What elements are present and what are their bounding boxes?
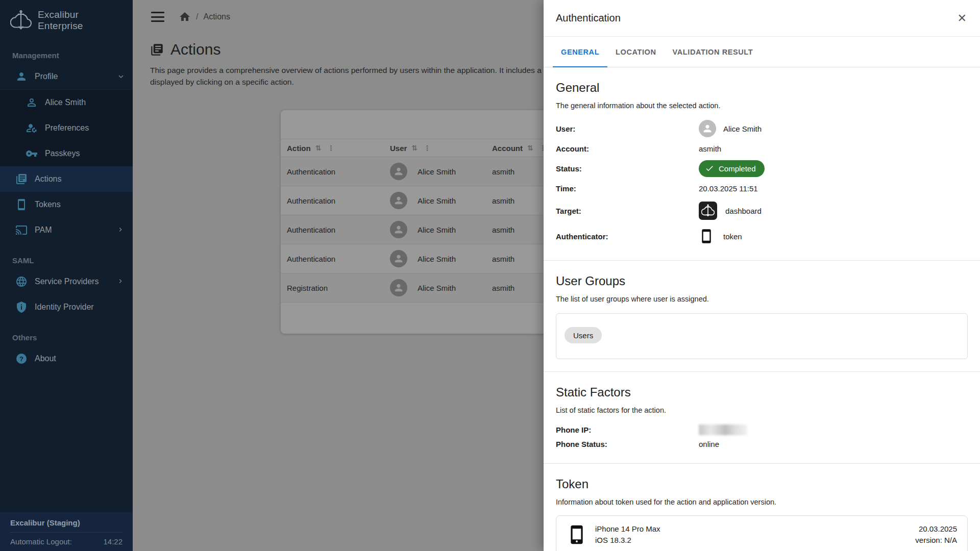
- user-groups-subtitle: The list of user groups where user is as…: [556, 295, 968, 303]
- token-date: 20.03.2025: [915, 523, 957, 535]
- time-value: 20.03.2025 11:51: [699, 184, 758, 193]
- sidebar-item-label: PAM: [35, 226, 52, 235]
- smartphone-icon: [699, 229, 714, 244]
- sidebar-item-label: Alice Smith: [45, 98, 86, 107]
- tab-location[interactable]: LOCATION: [607, 37, 664, 67]
- token-device-os: iOS 18.3.2: [595, 535, 660, 546]
- user-groups-heading: User Groups: [556, 274, 968, 288]
- excalibur-logo-icon: [10, 10, 32, 31]
- chevron-right-icon: [116, 277, 126, 286]
- status-label: Status:: [556, 164, 699, 173]
- svg-text:?: ?: [19, 355, 23, 363]
- help-icon: ?: [15, 353, 28, 365]
- auto-logout-timer: 14:22: [103, 537, 122, 546]
- user-groups-card: Users: [556, 313, 968, 359]
- person-outline-icon: [26, 96, 38, 109]
- sidebar: Excalibur Enterprise Management Profile …: [0, 0, 133, 551]
- library-books-icon: [15, 173, 28, 185]
- drawer-tabs: GENERAL LOCATION VALIDATION RESULT: [544, 37, 980, 67]
- sidebar-item-tokens[interactable]: Tokens: [0, 192, 133, 217]
- person-icon: [15, 70, 28, 83]
- phone-status-label: Phone Status:: [556, 440, 699, 448]
- general-subtitle: The general information about the select…: [556, 102, 968, 110]
- action-detail-drawer: Authentication ✕ GENERAL LOCATION VALIDA…: [544, 0, 980, 551]
- sidebar-item-label: Actions: [35, 174, 61, 184]
- phone-status-value: online: [699, 440, 719, 448]
- sidebar-item-label: About: [35, 354, 56, 363]
- phone-ip-label: Phone IP:: [556, 425, 699, 434]
- sidebar-item-profile[interactable]: Profile: [0, 64, 133, 89]
- profile-submenu: Alice Smith Preferences Passkeys: [0, 89, 133, 166]
- sidebar-item-label: Passkeys: [45, 149, 80, 158]
- sidebar-item-passkeys[interactable]: Passkeys: [0, 141, 133, 166]
- drawer-title: Authentication: [556, 12, 621, 24]
- chevron-down-icon: [116, 72, 126, 81]
- avatar: [699, 120, 716, 137]
- token-device-name: iPhone 14 Pro Max: [595, 523, 660, 535]
- account-value: asmith: [699, 144, 721, 153]
- section-divider: [544, 371, 980, 372]
- sidebar-item-label: Service Providers: [35, 277, 99, 286]
- tab-general[interactable]: GENERAL: [553, 37, 607, 67]
- app-title: Excalibur Enterprise: [38, 9, 126, 32]
- sidebar-item-label: Identity Provider: [35, 303, 94, 312]
- environment-label: Excalibur (Staging): [10, 518, 122, 533]
- section-management: Management: [0, 42, 133, 64]
- authenticator-value: token: [723, 232, 742, 241]
- drawer-header: Authentication ✕: [544, 0, 980, 37]
- sidebar-item-label: Tokens: [35, 200, 61, 209]
- static-factors-heading: Static Factors: [556, 385, 968, 399]
- user-label: User:: [556, 124, 699, 133]
- excalibur-target-icon: [699, 202, 717, 220]
- sidebar-item-pam[interactable]: PAM: [0, 217, 133, 243]
- sidebar-item-service-providers[interactable]: Service Providers: [0, 269, 133, 294]
- section-divider: [544, 463, 980, 464]
- section-divider: [544, 260, 980, 261]
- account-label: Account:: [556, 144, 699, 153]
- token-card: iPhone 14 Pro Max iOS 18.3.2 20.03.2025 …: [556, 515, 968, 551]
- sidebar-footer: Excalibur (Staging) Automatic Logout: 14…: [0, 512, 133, 551]
- target-label: Target:: [556, 207, 699, 215]
- smartphone-icon: [15, 198, 28, 211]
- sidebar-item-label: Profile: [35, 72, 58, 81]
- auto-logout-label: Automatic Logout:: [10, 537, 72, 546]
- user-group-chip: Users: [565, 327, 602, 343]
- sidebar-item-preferences[interactable]: Preferences: [0, 115, 133, 141]
- target-value: dashboard: [725, 207, 762, 215]
- section-saml: SAML: [0, 243, 133, 269]
- smartphone-icon: [567, 524, 587, 545]
- sidebar-item-actions[interactable]: Actions: [0, 166, 133, 192]
- general-heading: General: [556, 81, 968, 95]
- app-header: Excalibur Enterprise: [0, 0, 133, 42]
- general-fields: User: Alice Smith Account: asmith Status…: [556, 120, 968, 248]
- user-value: Alice Smith: [723, 124, 762, 133]
- check-icon: [705, 164, 714, 173]
- manage-accounts-icon: [26, 122, 38, 134]
- token-heading: Token: [556, 477, 968, 491]
- chevron-right-icon: [116, 226, 126, 235]
- sidebar-item-identity-provider[interactable]: Identity Provider: [0, 294, 133, 320]
- time-label: Time:: [556, 184, 699, 193]
- phone-ip-redacted-value: [699, 424, 747, 435]
- sidebar-item-label: Preferences: [45, 123, 89, 133]
- close-icon[interactable]: ✕: [958, 13, 967, 24]
- section-others: Others: [0, 320, 133, 346]
- sidebar-item-alice-smith[interactable]: Alice Smith: [0, 90, 133, 115]
- screen-share-icon: [15, 224, 28, 236]
- status-badge: Completed: [699, 160, 765, 177]
- shield-info-icon: [15, 301, 28, 313]
- tab-validation-result[interactable]: VALIDATION RESULT: [665, 37, 762, 67]
- authenticator-label: Authenticator:: [556, 232, 699, 241]
- token-subtitle: Information about token used for the act…: [556, 498, 968, 506]
- static-factors-subtitle: List of static factors for the action.: [556, 406, 968, 414]
- token-version: version: N/A: [915, 535, 957, 546]
- sidebar-item-about[interactable]: ? About: [0, 346, 133, 371]
- key-icon: [26, 147, 38, 160]
- globe-icon: [15, 276, 28, 288]
